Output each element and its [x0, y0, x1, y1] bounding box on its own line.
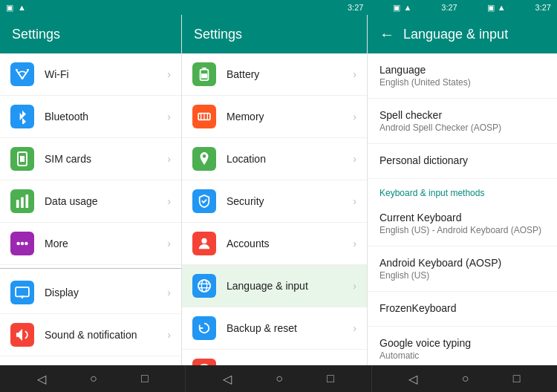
lang-current-kb-title: Current Keyboard: [380, 212, 545, 223]
more-chevron: ›: [167, 238, 171, 249]
time-mid: 3:27: [441, 3, 457, 12]
back-button[interactable]: ←: [380, 26, 394, 43]
wifi-icon-left: ▲: [18, 3, 26, 12]
lang-item-current-keyboard[interactable]: Current Keyboard English (US) - Android …: [368, 201, 557, 246]
wifi-label: Wi-Fi: [45, 68, 167, 80]
data-label: Data usage: [45, 195, 167, 207]
sidebar-item-display[interactable]: Display ›: [0, 272, 181, 314]
panel3-list: Language English (United States) Spell c…: [368, 53, 557, 365]
sound-label: Sound & notification: [45, 329, 167, 341]
language-panel: ← Language & input Language English (Uni…: [368, 15, 557, 365]
p2-location-label: Location: [227, 153, 353, 165]
panel3-header: ← Language & input: [368, 15, 557, 53]
p2-item-language[interactable]: Language & input ›: [182, 265, 367, 307]
sim-icon-left: ▣: [6, 3, 13, 13]
sidebar-item-data[interactable]: Data usage ›: [0, 180, 181, 223]
p2-security-label: Security: [227, 195, 353, 207]
display-chevron: ›: [167, 287, 171, 298]
sim-icon-right: ▣: [487, 3, 495, 13]
sim-label: SIM cards: [45, 153, 167, 165]
p2-battery-icon: [192, 62, 216, 86]
sidebar-item-wifi[interactable]: Wi-Fi ›: [0, 53, 181, 96]
sidebar-item-smartwake[interactable]: Smart wake ›: [0, 356, 181, 365]
sound-icon: [10, 323, 34, 347]
sidebar-item-sound[interactable]: Sound & notification ›: [0, 314, 181, 356]
lang-item-google-voice[interactable]: Google voice typing Automatic: [368, 327, 557, 365]
p2-memory-label: Memory: [227, 111, 353, 122]
lang-item-personal-dict[interactable]: Personal dictionary: [368, 144, 557, 179]
svg-point-8: [25, 242, 28, 246]
recent-nav-btn-2[interactable]: □: [321, 366, 340, 391]
svg-point-42: [198, 280, 210, 292]
sim-chevron: ›: [167, 153, 171, 165]
sound-chevron: ›: [167, 329, 171, 341]
sim-icon-mid: ▣: [393, 3, 400, 13]
wifi-chevron: ›: [167, 68, 171, 80]
p2-accounts-icon: [192, 232, 216, 255]
lang-item-android-keyboard[interactable]: Android Keyboard (AOSP) English (US): [368, 246, 557, 292]
keyboard-section-header: Keyboard & input methods: [368, 179, 557, 201]
home-nav-btn-1[interactable]: ○: [84, 366, 103, 391]
p2-item-datetime[interactable]: Date & time ›: [182, 350, 367, 365]
wifi-icon-mid: ▲: [403, 3, 411, 12]
lang-item-spellchecker[interactable]: Spell checker Android Spell Checker (AOS…: [368, 99, 557, 144]
svg-rect-3: [16, 200, 19, 208]
svg-rect-33: [201, 74, 207, 78]
p2-backup-label: Backup & reset: [227, 322, 353, 334]
lang-item-language[interactable]: Language English (United States): [368, 53, 557, 99]
lang-android-kb-title: Android Keyboard (AOSP): [380, 257, 545, 269]
sidebar-item-bluetooth[interactable]: Bluetooth ›: [0, 96, 181, 138]
bluetooth-icon: [10, 105, 34, 128]
panel1-header: Settings: [0, 15, 181, 53]
lang-android-kb-sub: English (US): [380, 270, 545, 281]
lang-spell-sub: Android Spell Checker (AOSP): [380, 122, 545, 133]
svg-rect-5: [26, 195, 29, 208]
wifi-icon-right: ▲: [498, 3, 506, 12]
svg-rect-9: [16, 287, 29, 296]
svg-rect-2: [20, 156, 25, 162]
wifi-icon: [10, 62, 34, 86]
p2-item-accounts[interactable]: Accounts ›: [182, 223, 367, 265]
panel2-header: Settings: [182, 15, 367, 53]
svg-line-40: [203, 200, 206, 203]
sidebar-item-sim[interactable]: SIM cards ›: [0, 138, 181, 180]
recent-nav-btn-3[interactable]: □: [507, 366, 527, 391]
back-nav-btn-2[interactable]: ◁: [217, 366, 238, 392]
divider: [0, 268, 181, 269]
p2-item-security[interactable]: Security ›: [182, 180, 367, 223]
p2-item-battery[interactable]: Battery ›: [182, 53, 367, 96]
p2-battery-label: Battery: [227, 68, 353, 80]
home-nav-btn-2[interactable]: ○: [270, 366, 289, 391]
p2-item-memory[interactable]: Memory ›: [182, 96, 367, 138]
p2-item-backup[interactable]: Backup & reset ›: [182, 307, 367, 350]
svg-point-6: [16, 242, 20, 246]
svg-point-43: [201, 280, 206, 292]
home-nav-btn-3[interactable]: ○: [456, 366, 475, 391]
svg-point-7: [21, 242, 25, 246]
p2-memory-icon: [192, 105, 216, 128]
back-nav-btn-3[interactable]: ◁: [403, 366, 423, 392]
lang-dict-title: Personal dictionary: [380, 154, 545, 166]
p2-location-icon: [192, 147, 216, 171]
panel2-title: Settings: [194, 27, 242, 42]
svg-point-38: [203, 154, 206, 158]
more-label: More: [45, 238, 167, 249]
nav-section-2: ◁ ○ □: [186, 365, 371, 392]
time-left: 3:27: [348, 3, 363, 12]
p2-item-location[interactable]: Location ›: [182, 138, 367, 180]
lang-item-frozen-keyboard[interactable]: FrozenKeyboard: [368, 292, 557, 327]
sidebar-item-more[interactable]: More ›: [0, 223, 181, 265]
lang-google-voice-title: Google voice typing: [380, 337, 545, 349]
p2-language-icon: [192, 274, 216, 298]
p2-language-label: Language & input: [227, 280, 353, 292]
back-nav-btn-1[interactable]: ◁: [31, 366, 52, 392]
lang-google-voice-sub: Automatic: [380, 350, 545, 361]
recent-nav-btn-1[interactable]: □: [135, 366, 154, 391]
time-right: 3:27: [535, 3, 551, 12]
nav-section-1: ◁ ○ □: [0, 365, 185, 392]
display-label: Display: [45, 287, 167, 298]
panel2-list: Battery › Memory › Location ›: [182, 53, 367, 365]
lang-language-sub: English (United States): [380, 77, 545, 88]
lang-current-kb-sub: English (US) - Android Keyboard (AOSP): [380, 225, 545, 235]
lang-spell-title: Spell checker: [380, 109, 545, 121]
